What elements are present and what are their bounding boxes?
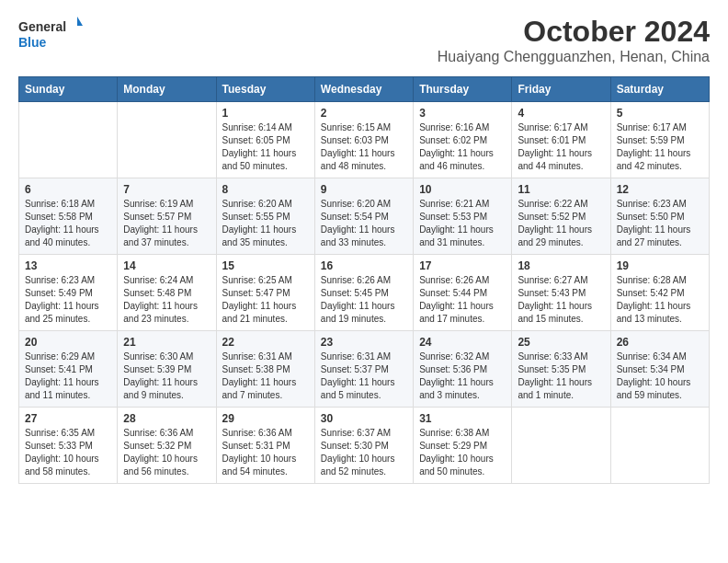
logo: General Blue — [18, 15, 83, 52]
calendar-cell: 23Sunrise: 6:31 AM Sunset: 5:37 PM Dayli… — [314, 331, 413, 408]
day-info: Sunrise: 6:18 AM Sunset: 5:58 PM Dayligh… — [25, 198, 111, 249]
calendar-cell: 7Sunrise: 6:19 AM Sunset: 5:57 PM Daylig… — [118, 178, 216, 255]
day-info: Sunrise: 6:17 AM Sunset: 5:59 PM Dayligh… — [617, 121, 703, 173]
svg-marker-2 — [77, 17, 83, 26]
calendar-cell: 17Sunrise: 6:26 AM Sunset: 5:44 PM Dayli… — [414, 255, 512, 331]
day-info: Sunrise: 6:25 AM Sunset: 5:47 PM Dayligh… — [222, 274, 309, 326]
calendar-day-header: Wednesday — [314, 77, 413, 102]
calendar-day-header: Sunday — [19, 77, 118, 102]
day-info: Sunrise: 6:35 AM Sunset: 5:33 PM Dayligh… — [25, 427, 111, 478]
calendar-cell: 22Sunrise: 6:31 AM Sunset: 5:38 PM Dayli… — [216, 331, 314, 408]
calendar-day-header: Saturday — [610, 77, 709, 102]
day-number: 27 — [25, 412, 111, 425]
day-number: 7 — [123, 183, 210, 196]
day-number: 21 — [123, 336, 210, 349]
page: General Blue October 2024 Huaiyang Cheng… — [0, 0, 728, 499]
calendar-day-header: Friday — [512, 77, 610, 102]
day-info: Sunrise: 6:23 AM Sunset: 5:50 PM Dayligh… — [617, 198, 703, 249]
calendar-cell — [118, 102, 216, 178]
day-number: 31 — [419, 412, 506, 425]
day-number: 15 — [222, 259, 309, 272]
day-info: Sunrise: 6:26 AM Sunset: 5:45 PM Dayligh… — [321, 274, 407, 326]
day-info: Sunrise: 6:15 AM Sunset: 6:03 PM Dayligh… — [321, 121, 407, 173]
day-number: 26 — [617, 336, 703, 349]
location-title: Huaiyang Chengguanzhen, Henan, China — [438, 49, 710, 65]
calendar-cell: 27Sunrise: 6:35 AM Sunset: 5:33 PM Dayli… — [19, 408, 118, 484]
calendar-cell — [19, 102, 118, 178]
calendar-cell: 25Sunrise: 6:33 AM Sunset: 5:35 PM Dayli… — [512, 331, 610, 408]
calendar-cell: 18Sunrise: 6:27 AM Sunset: 5:43 PM Dayli… — [512, 255, 610, 331]
calendar-cell: 8Sunrise: 6:20 AM Sunset: 5:55 PM Daylig… — [216, 178, 314, 255]
day-info: Sunrise: 6:27 AM Sunset: 5:43 PM Dayligh… — [518, 274, 604, 326]
calendar-week-row: 1Sunrise: 6:14 AM Sunset: 6:05 PM Daylig… — [19, 102, 710, 178]
day-number: 16 — [321, 259, 407, 272]
calendar-cell: 11Sunrise: 6:22 AM Sunset: 5:52 PM Dayli… — [512, 178, 610, 255]
calendar-cell: 1Sunrise: 6:14 AM Sunset: 6:05 PM Daylig… — [216, 102, 314, 178]
calendar-cell: 4Sunrise: 6:17 AM Sunset: 6:01 PM Daylig… — [512, 102, 610, 178]
day-number: 8 — [222, 183, 309, 196]
day-info: Sunrise: 6:29 AM Sunset: 5:41 PM Dayligh… — [25, 350, 111, 402]
day-info: Sunrise: 6:31 AM Sunset: 5:38 PM Dayligh… — [222, 350, 309, 402]
day-number: 29 — [222, 412, 309, 425]
day-info: Sunrise: 6:16 AM Sunset: 6:02 PM Dayligh… — [419, 121, 506, 173]
calendar-cell: 9Sunrise: 6:20 AM Sunset: 5:54 PM Daylig… — [314, 178, 413, 255]
day-info: Sunrise: 6:20 AM Sunset: 5:54 PM Dayligh… — [321, 198, 407, 249]
day-number: 28 — [123, 412, 210, 425]
calendar-cell — [610, 408, 709, 484]
day-number: 6 — [25, 183, 111, 196]
calendar-cell: 21Sunrise: 6:30 AM Sunset: 5:39 PM Dayli… — [118, 331, 216, 408]
calendar-cell — [512, 408, 610, 484]
calendar: SundayMondayTuesdayWednesdayThursdayFrid… — [18, 76, 710, 484]
day-number: 13 — [25, 259, 111, 272]
calendar-day-header: Tuesday — [216, 77, 314, 102]
day-info: Sunrise: 6:21 AM Sunset: 5:53 PM Dayligh… — [419, 198, 506, 249]
day-info: Sunrise: 6:31 AM Sunset: 5:37 PM Dayligh… — [321, 350, 407, 402]
day-info: Sunrise: 6:14 AM Sunset: 6:05 PM Dayligh… — [222, 121, 309, 173]
calendar-day-header: Thursday — [414, 77, 512, 102]
calendar-day-header: Monday — [118, 77, 216, 102]
calendar-cell: 28Sunrise: 6:36 AM Sunset: 5:32 PM Dayli… — [118, 408, 216, 484]
calendar-week-row: 20Sunrise: 6:29 AM Sunset: 5:41 PM Dayli… — [19, 331, 710, 408]
day-info: Sunrise: 6:17 AM Sunset: 6:01 PM Dayligh… — [518, 121, 604, 173]
calendar-cell: 29Sunrise: 6:36 AM Sunset: 5:31 PM Dayli… — [216, 408, 314, 484]
day-number: 5 — [617, 107, 703, 120]
day-info: Sunrise: 6:26 AM Sunset: 5:44 PM Dayligh… — [419, 274, 506, 326]
calendar-week-row: 13Sunrise: 6:23 AM Sunset: 5:49 PM Dayli… — [19, 255, 710, 331]
calendar-cell: 3Sunrise: 6:16 AM Sunset: 6:02 PM Daylig… — [414, 102, 512, 178]
calendar-cell: 31Sunrise: 6:38 AM Sunset: 5:29 PM Dayli… — [414, 408, 512, 484]
day-number: 12 — [617, 183, 703, 196]
day-info: Sunrise: 6:33 AM Sunset: 5:35 PM Dayligh… — [518, 350, 604, 402]
day-info: Sunrise: 6:28 AM Sunset: 5:42 PM Dayligh… — [617, 274, 703, 326]
day-info: Sunrise: 6:20 AM Sunset: 5:55 PM Dayligh… — [222, 198, 309, 249]
calendar-cell: 16Sunrise: 6:26 AM Sunset: 5:45 PM Dayli… — [314, 255, 413, 331]
day-info: Sunrise: 6:36 AM Sunset: 5:32 PM Dayligh… — [123, 427, 210, 478]
day-info: Sunrise: 6:24 AM Sunset: 5:48 PM Dayligh… — [123, 274, 210, 326]
calendar-cell: 12Sunrise: 6:23 AM Sunset: 5:50 PM Dayli… — [610, 178, 709, 255]
calendar-cell: 20Sunrise: 6:29 AM Sunset: 5:41 PM Dayli… — [19, 331, 118, 408]
day-number: 4 — [518, 107, 604, 120]
day-number: 10 — [419, 183, 506, 196]
calendar-cell: 10Sunrise: 6:21 AM Sunset: 5:53 PM Dayli… — [414, 178, 512, 255]
day-number: 2 — [321, 107, 407, 120]
day-number: 25 — [518, 336, 604, 349]
title-block: October 2024 Huaiyang Chengguanzhen, Hen… — [438, 15, 710, 65]
day-info: Sunrise: 6:32 AM Sunset: 5:36 PM Dayligh… — [419, 350, 506, 402]
svg-text:General: General — [18, 19, 66, 34]
day-info: Sunrise: 6:38 AM Sunset: 5:29 PM Dayligh… — [419, 427, 506, 478]
day-number: 3 — [419, 107, 506, 120]
day-number: 24 — [419, 336, 506, 349]
calendar-body: 1Sunrise: 6:14 AM Sunset: 6:05 PM Daylig… — [19, 102, 710, 484]
calendar-week-row: 6Sunrise: 6:18 AM Sunset: 5:58 PM Daylig… — [19, 178, 710, 255]
calendar-cell: 26Sunrise: 6:34 AM Sunset: 5:34 PM Dayli… — [610, 331, 709, 408]
calendar-cell: 13Sunrise: 6:23 AM Sunset: 5:49 PM Dayli… — [19, 255, 118, 331]
day-number: 18 — [518, 259, 604, 272]
day-info: Sunrise: 6:22 AM Sunset: 5:52 PM Dayligh… — [518, 198, 604, 249]
calendar-cell: 15Sunrise: 6:25 AM Sunset: 5:47 PM Dayli… — [216, 255, 314, 331]
day-info: Sunrise: 6:19 AM Sunset: 5:57 PM Dayligh… — [123, 198, 210, 249]
day-info: Sunrise: 6:36 AM Sunset: 5:31 PM Dayligh… — [222, 427, 309, 478]
calendar-header-row: SundayMondayTuesdayWednesdayThursdayFrid… — [19, 77, 710, 102]
day-number: 9 — [321, 183, 407, 196]
day-number: 23 — [321, 336, 407, 349]
svg-text:Blue: Blue — [18, 35, 47, 50]
calendar-cell: 19Sunrise: 6:28 AM Sunset: 5:42 PM Dayli… — [610, 255, 709, 331]
